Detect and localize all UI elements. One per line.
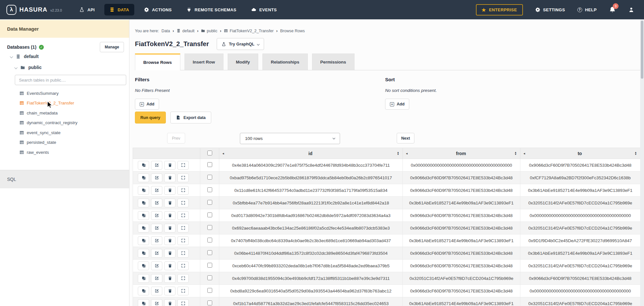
row-checkbox[interactable] [207, 225, 212, 230]
sort-column-icon[interactable]: ▲▼ [635, 152, 637, 155]
expand-row-button[interactable] [177, 274, 189, 283]
row-checkbox[interactable] [207, 212, 212, 217]
nav-item-data[interactable]: DATA [104, 4, 134, 15]
select-all-checkbox[interactable] [207, 151, 212, 155]
clone-row-button[interactable] [138, 287, 149, 295]
try-graphql-button[interactable]: Try GraphQL [217, 38, 264, 50]
add-sort-button[interactable]: Add [385, 99, 409, 110]
edit-row-button[interactable] [151, 173, 162, 182]
clone-row-button[interactable] [138, 274, 149, 283]
row-checkbox[interactable] [207, 263, 212, 268]
tab-modify[interactable]: Modify [228, 54, 259, 70]
column-label[interactable]: id [224, 151, 397, 156]
expand-row-button[interactable] [177, 186, 189, 195]
expand-row-button[interactable] [177, 299, 189, 306]
tab-insert-row[interactable]: Insert Row [185, 54, 223, 70]
sidebar-table-FiatTokenV2_2_Transfer[interactable]: FiatTokenV2_2_Transfer [19, 98, 126, 108]
edit-row-button[interactable] [151, 287, 162, 295]
manage-databases-button[interactable]: Manage [100, 42, 124, 52]
sort-column-icon[interactable]: ▲▼ [515, 152, 517, 155]
nav-item-remote-schemas[interactable]: REMOTE SCHEMAS [181, 4, 242, 15]
delete-row-button[interactable] [164, 224, 175, 232]
chevron-down-icon[interactable] [10, 55, 13, 58]
row-checkbox[interactable] [207, 288, 212, 293]
delete-row-button[interactable] [164, 186, 175, 195]
edit-row-button[interactable] [151, 186, 162, 195]
tab-relationships[interactable]: Relationships [262, 54, 308, 70]
expand-row-button[interactable] [177, 236, 189, 245]
delete-row-button[interactable] [164, 299, 175, 306]
edit-row-button[interactable] [151, 274, 162, 283]
rows-per-page-select[interactable]: 100 rows [240, 133, 340, 144]
row-checkbox[interactable] [207, 275, 212, 280]
nav-item-actions[interactable]: ACTIONS [139, 4, 177, 15]
edit-row-button[interactable] [151, 249, 162, 258]
clone-row-button[interactable] [138, 199, 149, 207]
column-label[interactable]: from [408, 151, 515, 156]
export-data-button[interactable]: Export data [170, 112, 211, 123]
delete-row-button[interactable] [164, 274, 175, 283]
tab-browse-rows[interactable]: Browse Rows [135, 54, 180, 70]
clone-row-button[interactable] [138, 224, 149, 232]
tree-node-public-schema[interactable]: public [15, 65, 42, 70]
sidebar-table-EventsSummary[interactable]: EventsSummary [19, 88, 126, 98]
row-checkbox[interactable] [207, 250, 212, 255]
delete-row-button[interactable] [164, 287, 175, 295]
edit-row-button[interactable] [151, 262, 162, 270]
row-checkbox[interactable] [207, 187, 212, 192]
edit-row-button[interactable] [151, 236, 162, 245]
nav-item-api[interactable]: API [74, 4, 100, 15]
breadcrumb-item-fiattokenv2-2-transfer[interactable]: FiatTokenV2_2_Transfer [224, 29, 273, 33]
run-query-button[interactable]: Run query [135, 112, 166, 123]
breadcrumb-item-default[interactable]: default [176, 29, 194, 33]
vertical-scrollbar[interactable] [640, 19, 644, 306]
breadcrumb-item-browse-rows[interactable]: Browse Rows [280, 29, 305, 33]
edit-row-button[interactable] [151, 199, 162, 207]
clone-row-button[interactable] [138, 186, 149, 195]
sidebar-item-sql[interactable]: SQL [0, 170, 129, 188]
sidebar-table-dynamic_contract_registry[interactable]: dynamic_contract_registry [19, 118, 126, 128]
delete-row-button[interactable] [164, 262, 175, 270]
expand-row-button[interactable] [177, 249, 189, 258]
delete-row-button[interactable] [164, 161, 175, 170]
clone-row-button[interactable] [138, 211, 149, 220]
clone-row-button[interactable] [138, 236, 149, 245]
delete-row-button[interactable] [164, 236, 175, 245]
clone-row-button[interactable] [138, 173, 149, 182]
expand-row-button[interactable] [177, 199, 189, 207]
breadcrumb-item-public[interactable]: public [201, 29, 217, 33]
sidebar-table-chain_metadata[interactable]: chain_metadata [19, 108, 126, 118]
search-tables-input[interactable] [15, 75, 126, 85]
sidebar-table-persisted_state[interactable]: persisted_state [19, 138, 126, 148]
expand-row-button[interactable] [177, 173, 189, 182]
user-menu-button[interactable] [628, 7, 634, 13]
sidebar-table-raw_events[interactable]: raw_events [19, 147, 126, 157]
settings-button[interactable]: SETTINGS [535, 7, 565, 12]
edit-row-button[interactable] [151, 161, 162, 170]
expand-row-button[interactable] [177, 262, 189, 270]
clone-row-button[interactable] [138, 249, 149, 258]
row-checkbox[interactable] [207, 200, 212, 205]
expand-row-button[interactable] [177, 287, 189, 295]
row-checkbox[interactable] [207, 175, 212, 180]
delete-row-button[interactable] [164, 199, 175, 207]
chevron-down-icon[interactable] [14, 66, 18, 69]
expand-row-button[interactable] [177, 224, 189, 232]
tree-node-default-database[interactable]: default [10, 54, 39, 59]
row-checkbox[interactable] [207, 162, 212, 167]
help-button[interactable]: ? HELP [577, 7, 597, 12]
edit-row-button[interactable] [151, 224, 162, 232]
scrollbar-thumb[interactable] [641, 21, 643, 79]
sidebar-table-event_sync_state[interactable]: event_sync_state [19, 128, 126, 138]
delete-row-button[interactable] [164, 211, 175, 220]
row-checkbox[interactable] [207, 238, 212, 242]
delete-row-button[interactable] [164, 173, 175, 182]
clone-row-button[interactable] [138, 299, 149, 306]
clone-row-button[interactable] [138, 161, 149, 170]
breadcrumb-item-data[interactable]: Data [162, 29, 170, 33]
clone-row-button[interactable] [138, 262, 149, 270]
expand-row-button[interactable] [177, 161, 189, 170]
column-label[interactable]: to [525, 151, 635, 156]
edit-row-button[interactable] [151, 299, 162, 306]
notifications-button[interactable]: 9 [609, 6, 616, 13]
